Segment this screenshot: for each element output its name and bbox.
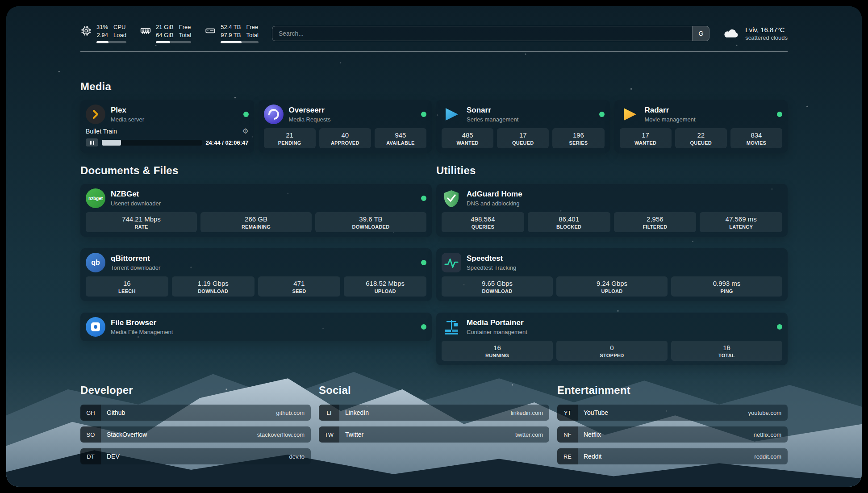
filebrowser-icon (86, 317, 105, 337)
service-name: NZBGet (111, 190, 161, 199)
stat-label: DOWNLOAD (174, 288, 253, 294)
service-card-sonarr[interactable]: Sonarr Series management 485 WANTED 17 Q… (436, 100, 610, 153)
stat-downloaded: 39.6 TB DOWNLOADED (315, 212, 426, 232)
bookmark-group-social: Social LI LinkedIn linkedin.com TW Twitt… (319, 384, 549, 443)
stat-stopped: 0 STOPPED (556, 341, 668, 361)
now-playing: Bullet Train ⚙ 24:44 / 02:06:47 (86, 127, 249, 146)
resource-widgets: 31%2.94 CPULoad 21 GiB64 GiB FreeTotal 5… (80, 23, 259, 43)
resource-value: 2.94 (96, 31, 108, 39)
service-card-overseerr[interactable]: Overseerr Media Requests 21 PENDING 40 A… (259, 100, 432, 153)
status-online-dot (421, 196, 426, 201)
status-online-dot (421, 260, 426, 265)
bookmark-abbr: NF (557, 426, 578, 443)
bookmark-abbr: SO (80, 426, 101, 443)
bookmark-netflix[interactable]: NF Netflix netflix.com (557, 426, 788, 443)
service-stats: 485 WANTED 17 QUEUED 196 SERIES (442, 128, 605, 148)
bookmark-list: YT YouTube youtube.com NF Netflix netfli… (557, 405, 788, 464)
service-card-header: Speedtest Speedtest Tracking (442, 253, 782, 272)
stat-value: 22 (677, 131, 725, 139)
stat-value: 17 (622, 131, 670, 139)
bookmark-youtube[interactable]: YT YouTube youtube.com (557, 405, 788, 421)
service-card-radarr[interactable]: Radarr Movie management 17 WANTED 22 QUE… (614, 100, 788, 153)
qbittorrent-icon: qb (86, 253, 105, 272)
bookmark-abbr: TW (319, 426, 339, 443)
utilities-section-title: Utilities (436, 164, 788, 177)
service-card-adguard[interactable]: AdGuard Home DNS and adblocking 498,564 … (436, 184, 788, 237)
service-titles: Overseerr Media Requests (289, 106, 331, 123)
resource-progressbar (221, 41, 259, 43)
service-card-portainer[interactable]: Media Portainer Container management 16 … (436, 313, 788, 365)
bookmark-group-developer: Developer GH Github github.com SO StackO… (80, 384, 311, 464)
service-subtitle: Series management (467, 116, 518, 123)
bookmark-url: youtube.com (748, 409, 781, 416)
stat-pending: 21 PENDING (264, 128, 316, 148)
dashboard-content: 31%2.94 CPULoad 21 GiB64 GiB FreeTotal 5… (6, 6, 862, 487)
stat-value: 0 (558, 344, 666, 351)
pause-button[interactable] (86, 138, 98, 146)
stat-label: UPLOAD (346, 288, 425, 294)
service-card-filebrowser[interactable]: File Browser Media File Management (80, 313, 432, 341)
nzbget-icon: nzbget (86, 188, 105, 208)
stat-download: 9.65 Gbps DOWNLOAD (442, 276, 553, 297)
stat-rate: 744.21 Mbps RATE (86, 212, 197, 232)
bookmark-name: Twitter (345, 431, 363, 438)
stat-value: 47.569 ms (701, 215, 780, 223)
settings-gear-icon[interactable]: ⚙ (242, 127, 248, 135)
search-input[interactable] (272, 26, 692, 41)
stat-label: SEED (260, 288, 339, 294)
bookmark-reddit[interactable]: RE Reddit reddit.com (557, 448, 788, 464)
service-card-header: Overseerr Media Requests (264, 104, 427, 124)
service-card-header: Plex Media server (86, 104, 249, 124)
bookmark-stackoverflow[interactable]: SO StackOverflow stackoverflow.com (80, 426, 311, 443)
service-name: Media Portainer (467, 318, 527, 327)
stat-label: QUEUED (677, 140, 725, 146)
weather-text: Lviv, 16.87°C scattered clouds (745, 25, 788, 41)
section-documents: Documents & Files nzbget NZBGet Usenet d… (80, 164, 432, 341)
stat-latency: 47.569 ms LATENCY (700, 212, 782, 232)
bookmark-name: Netflix (584, 431, 601, 438)
stat-label: AVAILABLE (376, 140, 425, 146)
service-card-nzbget[interactable]: nzbget NZBGet Usenet downloader 744.21 M… (80, 184, 432, 237)
media-section-title: Media (80, 80, 788, 93)
weather-location: Lviv, 16.87°C (745, 25, 788, 34)
bookmark-url: netflix.com (754, 431, 781, 438)
service-titles: AdGuard Home DNS and adblocking (467, 190, 522, 207)
stat-value: 16 (673, 344, 780, 351)
stat-value: 17 (499, 131, 547, 139)
service-titles: NZBGet Usenet downloader (111, 190, 161, 207)
stat-movies: 834 MOVIES (730, 128, 782, 148)
documents-section-title: Documents & Files (80, 164, 432, 177)
stat-label: WANTED (443, 140, 492, 146)
bookmark-github[interactable]: GH Github github.com (80, 405, 311, 421)
bookmark-url: linkedin.com (511, 409, 543, 416)
service-card-speedtest[interactable]: Speedtest Speedtest Tracking 9.65 Gbps D… (436, 248, 788, 301)
service-card-plex[interactable]: Plex Media server Bullet Train ⚙ 24:44 /… (80, 100, 254, 153)
service-card-header: Media Portainer Container management (442, 317, 782, 337)
bookmark-name: Github (107, 409, 125, 416)
stat-label: RUNNING (443, 353, 551, 358)
bookmark-abbr: YT (557, 405, 578, 421)
stat-value: 196 (554, 131, 602, 139)
search-provider-button[interactable]: G (692, 26, 709, 41)
bookmark-dev[interactable]: DT DEV dev.to (80, 448, 311, 464)
sonarr-icon (442, 104, 461, 124)
bookmark-linkedin[interactable]: LI LinkedIn linkedin.com (319, 405, 549, 421)
service-titles: Speedtest Speedtest Tracking (467, 254, 516, 271)
stat-label: LEECH (88, 288, 167, 294)
adguard-icon (442, 188, 461, 208)
service-subtitle: Media File Management (111, 329, 173, 335)
bookmark-url: reddit.com (754, 453, 781, 460)
bookmark-twitter[interactable]: TW Twitter twitter.com (319, 426, 549, 443)
service-subtitle: Media Requests (289, 116, 331, 123)
service-name: Plex (111, 106, 144, 115)
resource-value: 97.9 TB (221, 31, 241, 39)
service-stats: 9.65 Gbps DOWNLOAD 9.24 Gbps UPLOAD 0.99… (442, 276, 782, 297)
stat-upload: 618.52 Mbps UPLOAD (344, 276, 426, 297)
service-titles: Radarr Movie management (645, 106, 696, 123)
media-cards: Plex Media server Bullet Train ⚙ 24:44 /… (80, 100, 788, 153)
stat-value: 744.21 Mbps (88, 215, 195, 223)
stat-label: QUEUED (499, 140, 547, 146)
service-card-qbittorrent[interactable]: qb qBittorrent Torrent downloader 16 LEE… (80, 248, 432, 301)
stat-label: APPROVED (321, 140, 369, 146)
stat-value: 39.6 TB (317, 215, 425, 223)
